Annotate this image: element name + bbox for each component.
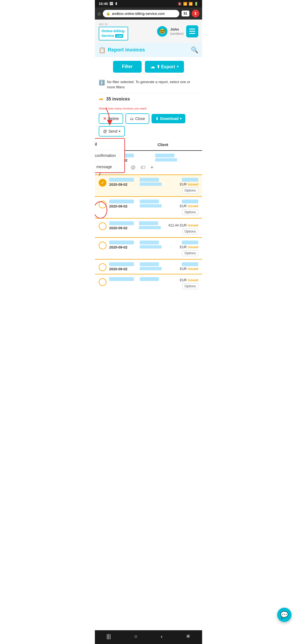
- info-notice: ℹ️ No filter selected. To generate a rep…: [95, 77, 202, 93]
- invoice-row-wrapper-3: 2020-09-02 EUR issued Options: [95, 197, 202, 219]
- eur-text: EUR: [180, 278, 187, 282]
- close-icon: 🗂: [130, 116, 134, 121]
- invoice-count-row: ➡ 35 invoices: [95, 93, 202, 105]
- lock-icon: 🔒: [106, 12, 110, 15]
- status-left: 10:40 🖼 ⬇: [99, 2, 118, 6]
- action-buttons: Filter ☁ ⬆ Export ▾: [95, 57, 202, 77]
- invoice-row-top: 2020-09-02 €12.44 EUR issued Options: [99, 221, 198, 234]
- eur-text: EUR: [180, 204, 187, 208]
- row-number-block: 2020-09-02: [109, 241, 137, 249]
- row-checkbox-6[interactable]: [99, 263, 106, 271]
- issued-badge: issued: [188, 245, 198, 249]
- app-header: app by Online-billing- Service .com 🤓 Jo…: [95, 20, 202, 43]
- row-date-6: 2020-09-02: [109, 267, 137, 271]
- row-client-blurred: [140, 262, 159, 266]
- send-dropdown: Invoices by e-mail Invoices payment conf…: [95, 138, 125, 173]
- row-client-block: [140, 277, 167, 282]
- notice-text: No filter selected. To generate a report…: [107, 79, 198, 90]
- invoice-row: 2020-09-02 EUR issued Options: [95, 175, 202, 197]
- tag-icon[interactable]: 🏷: [141, 165, 145, 170]
- wifi-icon: 📶: [183, 2, 187, 6]
- row-amount-block: EUR issued Options: [170, 241, 198, 256]
- row-date-2: 2020-09-02: [109, 182, 137, 187]
- page-title: Report invoices: [108, 47, 145, 53]
- row-client-blurred-2: [140, 182, 162, 186]
- row-amount-line: EUR issued: [170, 204, 198, 208]
- row-client-blurred-2: [155, 158, 177, 162]
- report-icon: 📋: [99, 47, 106, 53]
- row-number-block: [109, 277, 137, 282]
- export-button[interactable]: ☁ ⬆ Export ▾: [145, 61, 184, 73]
- invoice-row: 2020-09-02 EUR issued Options: [95, 197, 202, 219]
- export-arrow: ▾: [177, 65, 178, 69]
- export-label: ⬆ Export: [156, 64, 175, 69]
- row-checkbox-2[interactable]: [99, 179, 106, 187]
- options-button[interactable]: Options: [182, 209, 198, 215]
- issued-badge: issued: [188, 223, 198, 227]
- eur-text: EUR: [180, 245, 187, 249]
- delete-x-icon: ✕: [103, 116, 106, 121]
- hint-text: Select how many invoices you want: [99, 107, 198, 110]
- menu-button[interactable]: [186, 25, 198, 37]
- row-client-block: [140, 200, 167, 208]
- row-client-blurred-2: [140, 245, 162, 249]
- row-client-blurred: [139, 221, 158, 225]
- row-client-blurred: [140, 241, 159, 244]
- send-dropdown-item-2[interactable]: Invoices payment confirmation: [95, 150, 124, 161]
- header-right: 🤓 John [sandbox]: [157, 25, 198, 37]
- options-button[interactable]: Options: [182, 283, 198, 289]
- row-checkbox-7[interactable]: [99, 278, 106, 286]
- options-button[interactable]: Options: [182, 228, 198, 234]
- page-title-bar: 📋 Report invoices 🔍: [95, 43, 202, 57]
- options-button[interactable]: Options: [182, 187, 198, 193]
- add-icon[interactable]: +: [150, 165, 153, 170]
- row-amount-block: EUR issued Options: [170, 200, 198, 215]
- invoice-row: 2020-09-02 EUR issued: [95, 260, 202, 274]
- issued-badge: issued: [188, 182, 198, 186]
- upload-icon[interactable]: ⬆: [192, 10, 199, 17]
- row-checkbox-3[interactable]: [99, 201, 106, 208]
- row-number-blurred: [109, 200, 134, 203]
- row-client-blurred: [140, 200, 159, 203]
- row-number-blurred: [109, 178, 134, 182]
- home-icon[interactable]: ⌂: [98, 11, 101, 17]
- row-number-block: 2020-09-02: [109, 262, 137, 271]
- row-amount-line: €12.44 EUR issued: [169, 223, 198, 227]
- status-bar: 10:40 🖼 ⬇ 🔇 📶 📶 🔋: [95, 0, 202, 7]
- row-amount-blurred: [182, 241, 198, 244]
- app-by-text: app by: [99, 22, 128, 26]
- export-icon: ☁: [150, 64, 155, 69]
- email-icon[interactable]: @: [131, 165, 136, 170]
- close-label: Close: [135, 116, 145, 121]
- filter-button[interactable]: Filter: [113, 61, 141, 73]
- options-button[interactable]: Options: [182, 250, 198, 256]
- row-date-3: 2020-09-02: [109, 204, 137, 208]
- row-number-blurred: [109, 241, 134, 244]
- send-dropdown-item-1[interactable]: Invoices by e-mail: [95, 139, 124, 150]
- row-checkbox-4[interactable]: [99, 222, 106, 230]
- download-label: Download: [160, 116, 178, 121]
- issued-badge: issued: [188, 267, 198, 271]
- eur-text: EUR: [180, 267, 187, 271]
- tab-count[interactable]: 81: [182, 10, 189, 17]
- delete-button[interactable]: ✕ Delete: [99, 113, 123, 124]
- invoice-row: 2020-09-02 €12.44 EUR issued Options: [95, 219, 202, 238]
- row-client-blurred-2: [140, 204, 162, 208]
- row-amount-line: EUR issued: [170, 182, 198, 186]
- download-button[interactable]: ⬇ Download ▾: [152, 114, 185, 123]
- url-bar[interactable]: 🔒 andbox.online-billing-service.com: [103, 10, 179, 17]
- status-right: 🔇 📶 📶 🔋: [178, 2, 198, 6]
- delete-label: Delete: [108, 116, 119, 121]
- send-button[interactable]: @ Send ▾: [99, 126, 125, 137]
- row-amount-blurred: [182, 262, 198, 266]
- row-checkbox-5[interactable]: [99, 242, 106, 249]
- row-client-blurred: [140, 277, 159, 281]
- row-client-block: [140, 241, 167, 249]
- issued-badge: issued: [188, 204, 198, 208]
- count-icon: ➡: [99, 96, 103, 102]
- search-button[interactable]: 🔍: [191, 47, 198, 54]
- row-client-blurred: [140, 178, 159, 182]
- close-button[interactable]: 🗂 Close: [125, 113, 149, 124]
- send-dropdown-item-3[interactable]: Payment reminder message: [95, 161, 124, 172]
- row-amount-block: EUR issued Options: [170, 178, 198, 193]
